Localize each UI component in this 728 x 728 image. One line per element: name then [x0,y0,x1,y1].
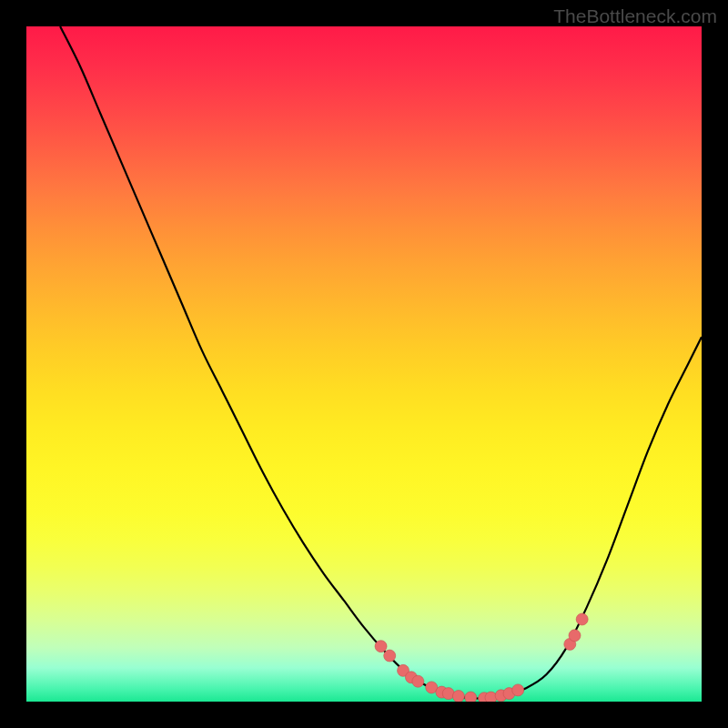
data-dot [375,641,387,652]
data-dot [569,630,581,642]
chart-svg [26,26,702,702]
data-dots-group [375,613,588,702]
watermark-text: TheBottleneck.com [553,5,717,27]
bottleneck-curve [60,26,702,699]
data-dot [465,692,477,702]
data-dot [384,650,396,662]
data-dot [512,684,524,696]
chart-plot-area [26,26,702,702]
data-dot [576,613,588,625]
data-dot [452,691,464,702]
data-dot [412,675,424,687]
